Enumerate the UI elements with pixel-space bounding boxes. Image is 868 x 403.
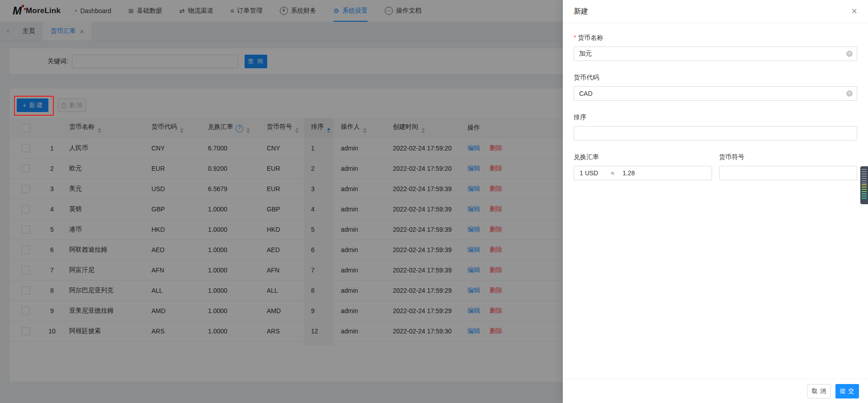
field-currency-symbol: 货币符号 — [719, 153, 858, 180]
drawer-footer: 取 消 提 交 — [563, 379, 868, 403]
rate-prefix: 1 USD — [580, 169, 598, 177]
create-currency-drawer: 新建 × 货币名称 × 货币代码 × 排序 兑换汇率 — [563, 0, 868, 403]
currency-name-label: 货币名称 — [574, 34, 857, 42]
field-currency-name: 货币名称 × — [574, 34, 857, 61]
scroll-indicator-gradient-stripes — [862, 184, 867, 199]
currency-symbol-input[interactable] — [719, 166, 858, 180]
drawer-close-icon[interactable]: × — [851, 6, 857, 16]
clear-input-icon[interactable]: × — [846, 90, 853, 97]
sort-order-label: 排序 — [574, 113, 857, 122]
drawer-body: 货币名称 × 货币代码 × 排序 兑换汇率 1 USD — [563, 23, 868, 193]
scroll-indicator-stripes — [862, 169, 867, 184]
exchange-rate-input[interactable]: 1 USD ≈ 1.28 — [574, 166, 712, 180]
drawer-header: 新建 × — [563, 0, 868, 23]
currency-code-label: 货币代码 — [574, 74, 857, 82]
submit-button[interactable]: 提 交 — [835, 384, 859, 398]
currency-name-input[interactable] — [574, 47, 857, 61]
sort-order-input[interactable] — [574, 126, 857, 141]
currency-code-input[interactable] — [574, 86, 857, 101]
rate-value: 1.28 — [623, 169, 635, 177]
clear-input-icon[interactable]: × — [846, 51, 853, 57]
approx-icon: ≈ — [611, 169, 614, 177]
currency-symbol-label: 货币符号 — [719, 153, 858, 161]
cancel-button[interactable]: 取 消 — [807, 384, 831, 398]
scroll-indicator-widget[interactable] — [860, 166, 868, 204]
drawer-title: 新建 — [574, 7, 588, 16]
field-currency-code: 货币代码 × — [574, 74, 857, 101]
field-exchange-rate: 兑换汇率 1 USD ≈ 1.28 — [574, 153, 712, 180]
field-sort-order: 排序 — [574, 113, 857, 141]
exchange-rate-label: 兑换汇率 — [574, 153, 712, 161]
